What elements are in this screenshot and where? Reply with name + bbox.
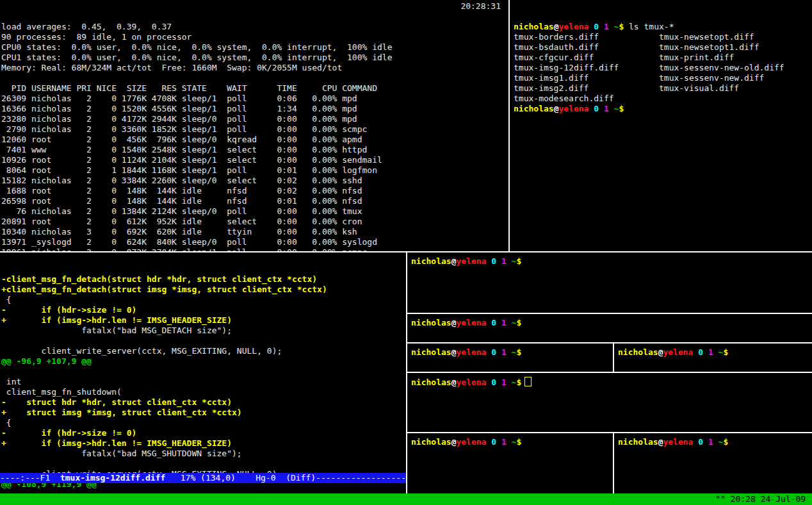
shell-prompt: nicholas@yelena 0 1 ~$ (407, 373, 812, 387)
diff-line: + if (imsg->hdr.len != IMSG_HEADER_SIZE) (1, 438, 406, 449)
shell-pane-6[interactable]: nicholas@yelena 0 1 ~$ (407, 433, 613, 493)
diff-line: client_write_server(cctx, MSG_EXITING, N… (1, 346, 406, 356)
shell-pane-5-active[interactable]: nicholas@yelena 0 1 ~$ (407, 373, 812, 432)
shell-prompt: nicholas@yelena 0 1 ~$ (407, 344, 613, 358)
file-list-line: tmux-imsg2.diff tmux-visual.diff (514, 83, 812, 94)
top-summary-line: Memory: Real: 68M/324M act/tot Free: 166… (1, 63, 508, 73)
top-summary-line: CPU0 states: 0.0% user, 0.0% nice, 0.0% … (1, 42, 508, 53)
modeline-filename: tmux-imsg-12diff.diff (60, 473, 165, 483)
top-summary-line: 90 processes: 89 idle, 1 on processor (1, 32, 508, 42)
diff-line: fatalx("bad MSG_DETACH size"); (1, 326, 406, 336)
process-row: 2790 nicholas 2 0 3360K 1852K sleep/1 po… (1, 124, 508, 135)
file-list-line: tmux-imsg1.diff tmux-sessenv-new.diff (514, 73, 812, 83)
diff-line (1, 459, 406, 469)
process-row: 16366 nicholas 2 0 1520K 4556K sleep/1 p… (1, 104, 508, 114)
process-row: 10926 root 2 0 1124K 2104K sleep/1 selec… (1, 155, 508, 165)
top-process-monitor-pane[interactable]: load averages: 0.45, 0.39, 0.3790 proces… (0, 0, 508, 251)
file-list-line: tmux-borders.diff tmux-newsetopt.diff (514, 32, 812, 42)
file-list-line: tmux-modesearch.diff (514, 94, 812, 104)
process-row: 26309 nicholas 2 0 1776K 4708K sleep/1 p… (1, 94, 508, 104)
process-row: 26598 root 2 0 148K 144K idle nfsd 0:01 … (1, 196, 508, 206)
clock: 20:28:31 (460, 1, 501, 12)
shell-prompt: nicholas@yelena 0 1 ~$ (407, 433, 613, 447)
tmux-status-bar: [0] 0:irssi# 1:todo 2:ncmpc- 3:mutt 4:ss… (0, 493, 812, 505)
file-list-line: tmux-imsg-12diff.diff tmux-sessenv-new-o… (514, 63, 812, 73)
diff-line: - if (hdr->size != 0) (1, 428, 406, 438)
shell-pane-2[interactable]: nicholas@yelena 0 1 ~$ (407, 314, 812, 342)
diff-line: -client_msg_fn_detach(struct hdr *hdr, s… (1, 274, 406, 285)
shell-prompt: nicholas@yelena 0 1 ~$ (614, 433, 812, 447)
diff-line: @@ -96,9 +107,9 @@ (1, 356, 406, 367)
process-row: 15182 nicholas 2 0 3384K 2260K sleep/0 s… (1, 176, 508, 186)
blank-line (1, 73, 508, 83)
process-row: 13971 _syslogd 2 0 624K 840K sleep/0 pol… (1, 237, 508, 247)
diff-line: { (1, 418, 406, 428)
shell-prompt: nicholas@yelena 0 1 ~$ (514, 104, 812, 114)
diff-line: { (1, 295, 406, 305)
terminal-cursor (524, 377, 532, 386)
file-list-line: tmux-cfgcur.diff tmux-print.diff (514, 53, 812, 63)
modeline-prefix: ----:---F1 (0, 473, 60, 483)
diff-line: int (1, 377, 406, 387)
diff-line (1, 336, 406, 346)
status-clock-date: "" 20:28 24-Jul-09 (715, 493, 811, 505)
diff-line (1, 367, 406, 377)
shell-pane-1[interactable]: nicholas@yelena 0 1 ~$ (407, 252, 812, 313)
diff-line: fatalx("bad MSG_SHUTDOWN size"); (1, 449, 406, 459)
emacs-modeline: ----:---F1 tmux-imsg-12diff.diff 17% (13… (0, 473, 406, 483)
shell-prompt: nicholas@yelena 0 1 ~$ (614, 344, 812, 358)
top-output: load averages: 0.45, 0.39, 0.3790 proces… (0, 21, 508, 251)
diff-line: client_msg_fn_shutdown( (1, 387, 406, 397)
modeline-info: 17% (134,0) Hg-0 (Diff) (165, 473, 316, 483)
process-row: 76 nicholas 2 0 1384K 2124K sleep/0 poll… (1, 206, 508, 217)
ls-shell-pane[interactable]: nicholas@yelena 0 1 ~$ ls tmux-*tmux-bor… (510, 0, 812, 251)
diff-line: + if (imsg->hdr.len != IMSG_HEADER_SIZE) (1, 315, 406, 326)
diff-line: - struct hdr *hdr, struct client_ctx *cc… (1, 397, 406, 408)
process-row: 10340 nicholas 3 0 692K 620K idle ttyin … (1, 227, 508, 237)
diff-line: - if (hdr->size != 0) (1, 305, 406, 315)
process-row: 8064 root 2 1 1844K 1168K sleep/1 poll 0… (1, 165, 508, 176)
shell-pane-7[interactable]: nicholas@yelena 0 1 ~$ (614, 433, 812, 493)
top-summary-line: load averages: 0.45, 0.39, 0.37 (1, 22, 508, 32)
modeline-fill: ------------------ (316, 473, 406, 483)
diff-line: +client_msg_fn_detach(struct imsg *imsg,… (1, 285, 406, 295)
diff-line: + struct imsg *imsg, struct client_ctx *… (1, 408, 406, 418)
file-list-line: tmux-bsdauth.diff tmux-newsetopt1.diff (514, 42, 812, 53)
process-row: 1688 root 2 0 148K 144K idle nfsd 0:02 0… (1, 186, 508, 196)
shell-pane-3[interactable]: nicholas@yelena 0 1 ~$ (407, 344, 613, 372)
emacs-diff-pane[interactable]: -client_msg_fn_detach(struct hdr *hdr, s… (0, 252, 406, 493)
shell-pane-area: nicholas@yelena 0 1 ~$ nicholas@yelena 0… (407, 252, 812, 493)
tmux-screen: load averages: 0.45, 0.39, 0.3790 proces… (0, 0, 812, 505)
process-row: 23280 nicholas 2 0 4172K 2944K sleep/0 p… (1, 114, 508, 124)
ls-output: nicholas@yelena 0 1 ~$ ls tmux-*tmux-bor… (510, 21, 812, 114)
process-row: 12060 root 2 0 456K 796K sleep/0 kqread … (1, 135, 508, 145)
process-row: 7401 www 2 0 1540K 2548K sleep/1 select … (1, 145, 508, 155)
process-row: 20891 root 2 0 612K 952K idle select 0:0… (1, 217, 508, 227)
diff-output: -client_msg_fn_detach(struct hdr *hdr, s… (0, 273, 406, 490)
top-summary-line: CPU1 states: 0.0% user, 0.0% nice, 0.0% … (1, 53, 508, 63)
shell-prompt: nicholas@yelena 0 1 ~$ (407, 252, 812, 267)
shell-prompt: nicholas@yelena 0 1 ~$ (407, 314, 812, 328)
process-table-header: PID USERNAME PRI NICE SIZE RES STATE WAI… (1, 83, 508, 94)
shell-pane-4[interactable]: nicholas@yelena 0 1 ~$ (614, 344, 812, 372)
shell-prompt-with-command: nicholas@yelena 0 1 ~$ ls tmux-* (514, 22, 812, 32)
